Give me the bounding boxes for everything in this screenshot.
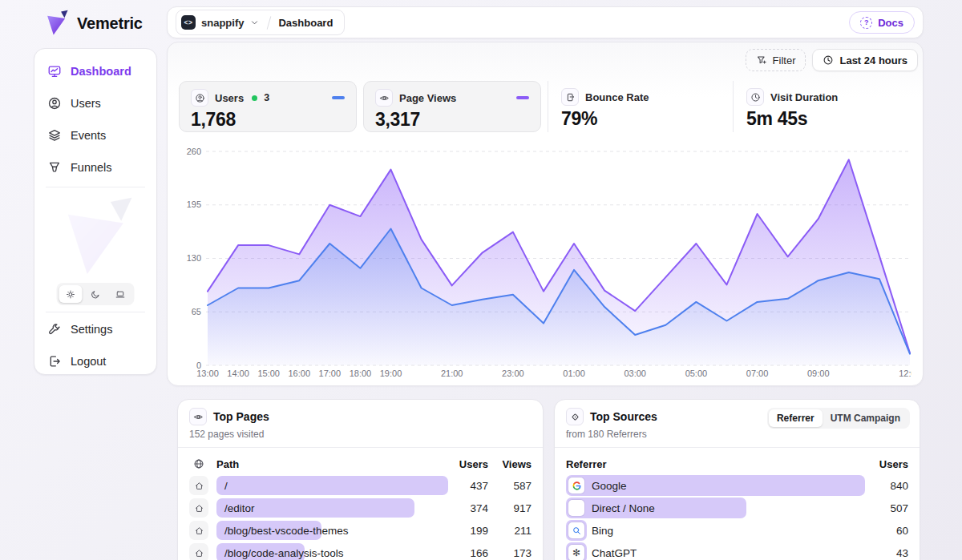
question-circle-icon: ? [860, 17, 872, 29]
dashboard-main-panel: Filter Last 24 hours Users31,768Page Vie… [167, 42, 924, 386]
users-icon [195, 93, 205, 103]
column-referrer: Referrer [566, 458, 865, 470]
sidebar-divider [46, 187, 145, 187]
sidebar-divider [46, 312, 145, 312]
clock-icon-box [746, 88, 764, 106]
page-bar: /blog/code-analysis-tools [216, 543, 305, 560]
project-selector[interactable]: <> snappify [181, 15, 260, 30]
svg-text:19:00: 19:00 [380, 369, 402, 378]
breadcrumb: <> snappify Dashboard [176, 10, 345, 35]
home-icon-box [189, 521, 208, 540]
svg-text:23:00: 23:00 [502, 369, 524, 378]
stats-row: Users31,768Page Views3,317Bounce Rate79%… [179, 81, 911, 132]
theme-light-button[interactable] [59, 285, 83, 303]
sidebar-item-users[interactable]: Users [34, 87, 156, 119]
stat-label: Users [215, 92, 244, 104]
svg-text:12:00: 12:00 [899, 369, 911, 378]
source-row[interactable]: Direct / None507 [566, 497, 908, 519]
stat-value: 1,768 [191, 109, 345, 131]
page-row[interactable]: /blog/code-analysis-tools166173 [189, 542, 532, 560]
sidebar-item-logout[interactable]: Logout [34, 345, 156, 377]
stat-label: Page Views [399, 92, 456, 104]
column-users: Users [456, 458, 488, 470]
column-views: Views [496, 458, 532, 470]
svg-text:09:00: 09:00 [807, 369, 830, 378]
range-label: Last 24 hours [839, 54, 907, 66]
source-bar: Direct / None [566, 498, 746, 518]
users-icon-box [191, 89, 208, 107]
globe-icon [193, 458, 204, 469]
breadcrumb-current[interactable]: Dashboard [278, 17, 333, 29]
source-name: ChatGPT [592, 547, 637, 559]
docs-button[interactable]: ? Docs [849, 11, 915, 34]
sidebar-item-dashboard[interactable]: Dashboard [34, 55, 156, 87]
top-sources-table: Referrer Users Google840Direct / None507… [555, 448, 920, 560]
source-users: 507 [873, 502, 908, 514]
bing-icon-box [568, 522, 584, 538]
sidebar-watermark-logo-icon [55, 190, 140, 286]
top-sources-title: Top Sources [590, 410, 657, 423]
sidebar-item-settings[interactable]: Settings [34, 313, 156, 345]
source-users: 43 [873, 547, 908, 559]
column-path: Path [216, 458, 448, 470]
date-range-button[interactable]: Last 24 hours [812, 49, 918, 71]
source-row[interactable]: Google840 [566, 474, 908, 497]
logout-icon [47, 354, 62, 369]
chart-toolbar: Filter Last 24 hours [746, 49, 918, 71]
svg-text:16:00: 16:00 [288, 369, 310, 378]
stat-card-bounce-rate[interactable]: Bounce Rate79% [548, 81, 726, 132]
stat-value: 3,317 [375, 109, 529, 131]
column-users: Users [873, 458, 908, 470]
page-row[interactable]: /blog/best-vscode-themes199211 [189, 519, 532, 542]
chatgpt-icon: ✻ [572, 548, 580, 558]
page-path: /blog/best-vscode-themes [224, 525, 349, 537]
tab-utm-campaign[interactable]: UTM Campaign [823, 409, 908, 427]
top-pages-table: Path Users Views /437587/editor374917/bl… [178, 448, 543, 560]
source-bar: Bing [566, 520, 587, 541]
svg-text:21:00: 21:00 [441, 369, 463, 378]
bounce-icon-box [561, 88, 579, 106]
sidebar-item-label: Funnels [71, 161, 112, 174]
page-path: /editor [224, 502, 255, 514]
filter-icon [756, 54, 767, 66]
tab-referrer[interactable]: Referrer [769, 409, 823, 427]
top-sources-header: Top Sources from 180 Referrers ReferrerU… [555, 400, 920, 448]
sidebar-item-events[interactable]: Events [34, 119, 156, 151]
theme-dark-button[interactable] [84, 285, 107, 303]
sidebar: DashboardUsersEventsFunnels SettingsLogo… [34, 48, 157, 375]
svg-text:18:00: 18:00 [350, 369, 372, 378]
svg-text:05:00: 05:00 [685, 369, 708, 378]
direct-icon [572, 503, 582, 514]
top-pages-panel: Top Pages 152 pages visited Path Users V… [177, 399, 544, 560]
svg-text:14:00: 14:00 [227, 369, 249, 378]
stat-card-page-views[interactable]: Page Views3,317 [363, 81, 541, 132]
page-row[interactable]: /editor374917 [189, 497, 532, 519]
page-path: / [224, 480, 228, 492]
source-bar: ✻ChatGPT [566, 542, 587, 560]
breadcrumb-slash [267, 16, 272, 30]
sidebar-item-funnels[interactable]: Funnels [34, 151, 156, 183]
stat-card-visit-duration[interactable]: Visit Duration5m 45s [733, 81, 911, 132]
source-row[interactable]: Bing60 [566, 519, 908, 542]
home-icon [194, 481, 204, 491]
page-users: 437 [456, 480, 488, 492]
chevron-down-icon [249, 18, 260, 28]
filter-button[interactable]: Filter [746, 49, 806, 71]
source-row[interactable]: ✻ChatGPT43 [566, 542, 908, 560]
svg-text:260: 260 [187, 147, 201, 156]
online-dot [252, 95, 257, 101]
series-color-dash [332, 96, 345, 99]
top-pages-subtitle: 152 pages visited [189, 429, 532, 440]
page-views: 917 [496, 502, 532, 514]
stat-card-users[interactable]: Users31,768 [179, 81, 357, 132]
google-icon [572, 481, 582, 491]
sidebar-footer-nav: SettingsLogout [34, 313, 156, 377]
sources-tabs: ReferrerUTM Campaign [767, 408, 910, 429]
page-bar: /editor [216, 498, 414, 518]
users-icon [47, 96, 62, 111]
home-icon [194, 503, 204, 514]
home-icon-box [189, 543, 208, 560]
theme-system-button[interactable] [109, 285, 132, 303]
top-pages-header: Top Pages 152 pages visited [178, 400, 543, 448]
page-row[interactable]: /437587 [189, 474, 532, 497]
